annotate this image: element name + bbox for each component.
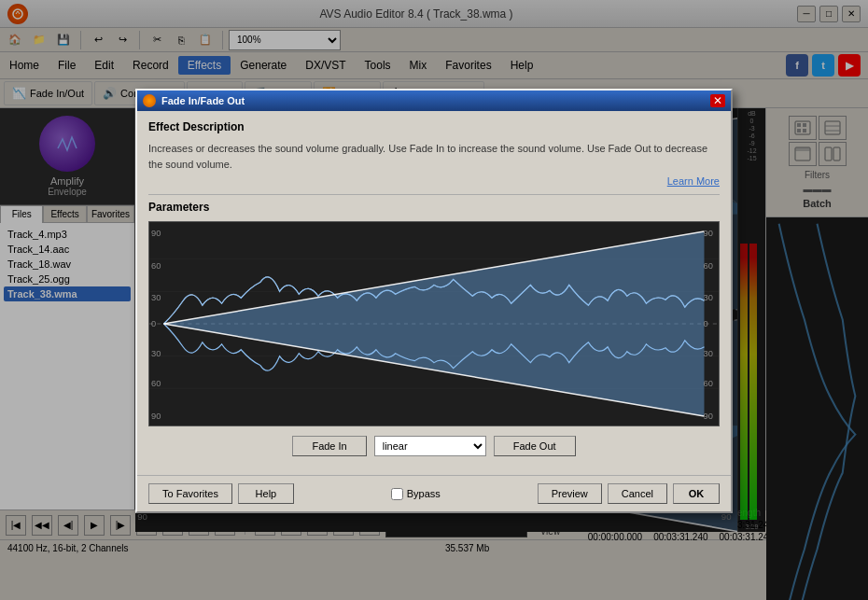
dialog-body: Effect Description Increases or decrease… xyxy=(137,111,731,475)
dialog-title: Fade In/Fade Out xyxy=(161,95,710,106)
dialog-close-button[interactable]: ✕ xyxy=(710,94,725,107)
svg-text:0: 0 xyxy=(703,319,707,328)
svg-text:90: 90 xyxy=(151,229,161,238)
fade-mode-select[interactable]: linearlogarithmicexponential xyxy=(374,436,486,456)
svg-text:30: 30 xyxy=(151,293,161,302)
effect-description-title: Effect Description xyxy=(148,120,720,133)
bypass-checkbox-container: Bypass xyxy=(391,488,441,500)
learn-more-link[interactable]: Learn More xyxy=(148,175,720,187)
help-button[interactable]: Help xyxy=(238,483,294,504)
fade-dialog: Fade In/Fade Out ✕ Effect Description In… xyxy=(135,89,733,513)
svg-text:0: 0 xyxy=(151,319,156,328)
svg-text:30: 30 xyxy=(703,293,712,302)
fade-in-button[interactable]: Fade In xyxy=(292,436,366,456)
ok-button[interactable]: OK xyxy=(673,483,720,504)
svg-text:60: 60 xyxy=(151,380,161,389)
dialog-overlay: Fade In/Fade Out ✕ Effect Description In… xyxy=(0,0,868,600)
parameters-title: Parameters xyxy=(148,201,720,214)
svg-text:90: 90 xyxy=(151,412,161,421)
svg-text:60: 60 xyxy=(703,380,712,389)
cancel-button[interactable]: Cancel xyxy=(608,483,667,504)
dialog-divider xyxy=(148,194,720,195)
svg-text:60: 60 xyxy=(151,261,161,271)
dialog-footer: To Favorites Help Bypass Preview Cancel … xyxy=(137,475,731,511)
effect-description-text: Increases or decreases the sound volume … xyxy=(148,141,720,172)
fade-out-button[interactable]: Fade Out xyxy=(494,436,576,456)
fade-controls: Fade In linearlogarithmicexponential Fad… xyxy=(148,436,720,456)
svg-text:30: 30 xyxy=(703,349,712,358)
bypass-checkbox[interactable] xyxy=(391,488,403,500)
dialog-icon xyxy=(143,94,156,107)
waveform-preview: 90 60 30 0 30 60 90 90 60 30 0 30 60 90 xyxy=(148,221,720,426)
footer-right-buttons: Preview Cancel OK xyxy=(538,483,720,504)
bypass-label: Bypass xyxy=(407,488,441,499)
preview-button[interactable]: Preview xyxy=(538,483,602,504)
svg-text:90: 90 xyxy=(703,412,712,421)
svg-text:30: 30 xyxy=(151,349,161,358)
svg-text:60: 60 xyxy=(703,261,712,271)
to-favorites-button[interactable]: To Favorites xyxy=(148,483,232,504)
svg-text:90: 90 xyxy=(703,229,712,238)
dialog-title-bar: Fade In/Fade Out ✕ xyxy=(137,91,731,111)
